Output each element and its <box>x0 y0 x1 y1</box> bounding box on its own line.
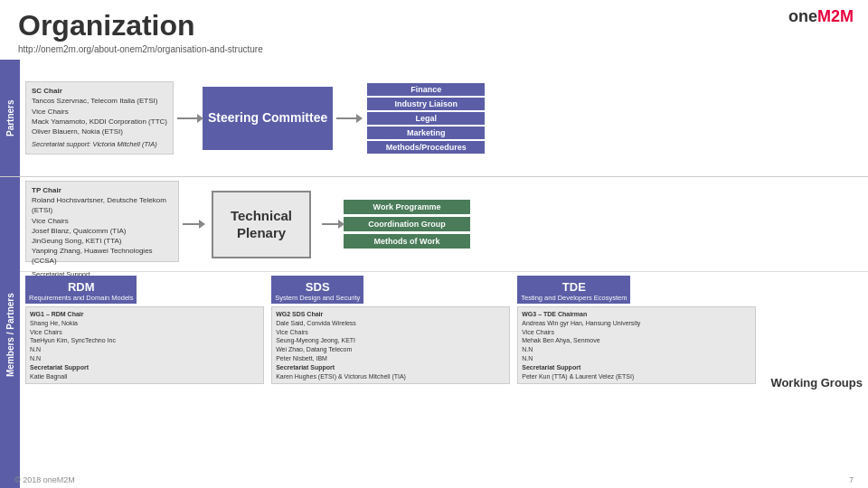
sds-title: SDS <box>306 280 330 294</box>
page-title: Organization <box>0 0 868 44</box>
sc-name-2: Mack Yamamoto, KDDI Corporation (TTC) <box>32 117 167 126</box>
logo-one: one <box>788 7 817 26</box>
tp-name-4: Yanping Zhang, Huawei Technologies (CCSA… <box>32 247 153 265</box>
sds-box: SDS System Design and Security <box>271 276 363 304</box>
page-footer: © 2018 oneM2M 7 <box>0 475 868 484</box>
tp-name-3: JinGeung Song, KETI (TTA) <box>32 237 121 245</box>
rdm-name-4: N.N <box>30 355 41 361</box>
tp-name-2: Josef Blanz, Qualcomm (TIA) <box>32 227 126 235</box>
logo-m2m: M2M <box>817 7 854 26</box>
partners-label: Partners <box>0 60 20 176</box>
tp-right-boxes: Work Programme Coordination Group Method… <box>344 200 470 249</box>
footer-copyright: © 2018 oneM2M <box>14 475 75 484</box>
sc-vice-chairs: Vice Chairs <box>32 108 69 116</box>
steering-committee-box: Steering Committee <box>203 87 333 150</box>
sc-name-3: Oliver Blauern, Nokia (ETSI) <box>32 127 123 136</box>
sc-chair-label: SC Chair <box>32 87 62 95</box>
rdm-wg-chair: WG1 – RDM Chair <box>30 311 84 317</box>
coordination-group-box: Coordination Group <box>344 217 470 231</box>
sds-wg-chair: WG2 SDS Chair <box>276 311 323 317</box>
sc-name-0: Tancos Szervnac, Telecom Italia (ETSI) <box>32 97 157 105</box>
sds-name-0: Dale Said, Convida Wireless <box>276 320 356 326</box>
sc-support: Secretariat support: Victoria Mitchell (… <box>32 140 167 150</box>
marketing-box: Marketing <box>367 127 485 139</box>
sds-group: SDS System Design and Security WG2 SDS C… <box>271 276 510 384</box>
rdm-subtitle: Requirements and Domain Models <box>29 294 133 302</box>
rdm-vice-chairs: Vice Chairs <box>30 329 62 335</box>
tde-name-0: Andreas Win gyr Han, Hansung University <box>522 320 640 326</box>
rdm-name-2: TaeHyun Kim, SyncTechno Inc <box>30 337 116 343</box>
tp-line1: Technical <box>231 208 292 223</box>
tde-name-4: N.N <box>522 355 533 361</box>
members-partners-label: Members / Partners <box>0 177 20 488</box>
sds-name-3: Wei Zhao, Datang Telecom <box>276 346 352 352</box>
tde-support-name: Peter Kun (TTA) & Laurent Velez (ETSI) <box>522 373 634 380</box>
tde-name-2: Mehak Ben Ahya, Senmove <box>522 337 599 343</box>
tp-vice-chairs: Vice Chairs <box>32 217 69 225</box>
sds-details: WG2 SDS Chair Dale Said, Convida Wireles… <box>271 306 510 384</box>
sc-info-box: SC Chair Tancos Szervnac, Telecom Italia… <box>25 81 174 154</box>
tde-vice-chairs: Vice Chairs <box>522 329 554 335</box>
tde-support-label: Secretariat Support <box>522 364 580 371</box>
tp-arrow-connector <box>183 223 201 225</box>
rdm-details: WG1 – RDM Chair Shang He, Nokia Vice Cha… <box>25 306 264 384</box>
methods-procedures-box: Methods/Procedures <box>367 141 485 154</box>
working-groups-label: Working Groups <box>770 376 863 389</box>
tde-wg-chair: WG3 – TDE Chairman <box>522 311 587 317</box>
legal-box: Legal <box>367 112 485 125</box>
finance-box: Finance <box>367 83 485 96</box>
rdm-support-name: Katie Bagnall <box>30 373 67 380</box>
sds-vice-chairs: Vice Chairs <box>276 329 308 335</box>
footer-page: 7 <box>849 475 854 484</box>
rdm-title: RDM <box>68 280 95 294</box>
tp-name-0: Roland Hochsvartsner, Deutsche Telekom (… <box>32 196 166 214</box>
rdm-name-0: Shang He, Nokia <box>30 320 78 326</box>
subtitle: http://onem2m.org/about-onem2m/organisat… <box>0 44 868 60</box>
rdm-name-3: N.N <box>30 346 41 352</box>
sds-support-name: Karen Hughes (ETSI) & Victorus Mitchell … <box>276 373 406 380</box>
working-groups-section: RDM Requirements and Domain Models WG1 –… <box>20 272 868 488</box>
tp-info-box: TP Chair Roland Hochsvartsner, Deutsche … <box>25 181 179 262</box>
arrow-connector-1 <box>177 117 199 119</box>
sds-support-label: Secretariat Support <box>276 364 335 371</box>
tde-subtitle: Testing and Developers Ecosystem <box>521 294 627 302</box>
rdm-box: RDM Requirements and Domain Models <box>25 276 137 304</box>
arrow-connector-2 <box>336 117 358 119</box>
logo: one M2M <box>788 7 854 26</box>
sc-right-boxes: Finance Industry Liaison Legal Marketing… <box>367 83 485 154</box>
tde-details: WG3 – TDE Chairman Andreas Win gyr Han, … <box>517 306 756 384</box>
tde-title: TDE <box>562 280 586 294</box>
tde-group: TDE Testing and Developers Ecosystem WG3… <box>517 276 756 384</box>
sds-subtitle: System Design and Security <box>275 294 360 302</box>
steering-line1: Steering <box>208 109 259 126</box>
industry-liaison-box: Industry Liaison <box>367 98 485 110</box>
methods-of-work-box: Methods of Work <box>344 234 470 249</box>
tp-line2: Plenary <box>237 225 286 240</box>
tde-box: TDE Testing and Developers Ecosystem <box>517 276 630 304</box>
tp-arrow-right <box>322 223 340 225</box>
steering-line2: Committee <box>262 109 327 126</box>
tde-name-3: N.N <box>522 346 533 352</box>
rdm-group: RDM Requirements and Domain Models WG1 –… <box>25 276 264 384</box>
tp-chair-label: TP Chair <box>32 186 61 194</box>
rdm-support-label: Secretariat Support <box>30 364 89 371</box>
technical-plenary-box: Technical Plenary <box>212 191 311 258</box>
sds-name-2: Seung-Myeong Jeong, KETI <box>276 337 355 343</box>
sds-name-4: Peter Nisbett, IBM <box>276 355 327 361</box>
work-programme-box: Work Programme <box>344 200 470 214</box>
